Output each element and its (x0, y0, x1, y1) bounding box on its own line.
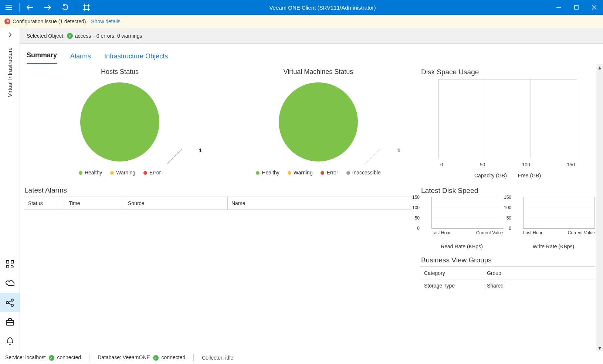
back-button[interactable] (21, 0, 39, 15)
vms-pie-chart (279, 82, 358, 161)
svg-point-2 (6, 302, 9, 304)
close-button[interactable] (585, 0, 603, 15)
legend-item: Warning (110, 170, 135, 176)
scroll-down-icon[interactable]: ▾ (596, 345, 603, 351)
rail-icon-share[interactable] (0, 293, 20, 312)
table-row[interactable]: Storage Type Shared (420, 279, 595, 292)
svg-rect-0 (84, 5, 89, 10)
svg-point-4 (11, 304, 13, 306)
ok-icon: ✓ (67, 33, 73, 39)
col-group[interactable]: Group (483, 270, 595, 276)
tab-infrastructure-objects[interactable]: Infrastructure Objects (104, 50, 168, 64)
pie-callout-line (366, 149, 397, 164)
tabs: Summary Alarms Infrastructure Objects (20, 44, 603, 64)
bvg-title: Business View Groups (421, 256, 595, 264)
main-area: Virtual Infrastructure Selected Object: … (0, 28, 603, 351)
hosts-status-title: Hosts Status (25, 68, 214, 76)
ok-icon: ✓ (49, 355, 54, 361)
arrow-right-icon (44, 5, 51, 10)
selected-object-strip: Selected Object: ✓ access - 0 errors, 0 … (20, 28, 603, 44)
rail-icon-briefcase[interactable] (0, 312, 20, 331)
disk-speed-row: 150 100 50 0 Last Hour (420, 197, 595, 249)
show-details-link[interactable]: Show details (91, 18, 120, 24)
body: Hosts Status 1 Healthy Warning Error (20, 64, 596, 351)
pie-callout-line (167, 149, 198, 164)
legend-item: Warning (288, 170, 313, 176)
vms-status-panel: Virtual Machines Status 1 Healthy Warnin… (219, 68, 417, 176)
toolbar-separator (19, 3, 20, 12)
vertical-scrollbar[interactable]: ▴ ▾ (596, 64, 603, 351)
vms-legend: Healthy Warning Error Inaccessible (224, 170, 413, 176)
vms-pie-count: 1 (397, 147, 400, 153)
bvg-table: Category Group Storage Type Shared (420, 266, 595, 292)
refresh-button[interactable] (57, 0, 74, 15)
svg-point-3 (11, 299, 13, 301)
disk-usage-xticks: 0 50 100 150 (438, 161, 577, 167)
left-column: Hosts Status 1 Healthy Warning Error (21, 68, 417, 347)
bvg-header: Category Group (420, 267, 595, 279)
maximize-button[interactable] (568, 0, 585, 15)
forward-button[interactable] (39, 0, 57, 15)
expand-rail-button[interactable] (0, 28, 20, 41)
read-rate-chart (431, 197, 503, 229)
rail-label-text: Virtual Infrastructure (7, 47, 13, 97)
col-time[interactable]: Time (65, 197, 124, 210)
vms-status-title: Virtual Machines Status (224, 68, 413, 76)
write-rate-legend: Write Rate (KBps) (512, 244, 595, 249)
cloud-db-icon (6, 280, 14, 287)
latest-alarms-title: Latest Alarms (24, 186, 417, 194)
hamburger-button[interactable] (0, 0, 18, 15)
col-source[interactable]: Source (124, 197, 228, 210)
rail-label: Virtual Infrastructure (7, 41, 13, 255)
write-rate-panel: 150 100 50 0 Last Hour (512, 197, 595, 249)
hosts-pie-count: 1 (199, 147, 202, 153)
config-issue-bar: ✕ Configuration issue (1 detected). Show… (0, 15, 603, 28)
legend-item: Error (321, 170, 338, 176)
legend-item: Capacity (GB) (474, 173, 507, 178)
legend-item: Error (143, 170, 161, 176)
collector-group: Collector: idle (202, 355, 233, 361)
database-group: Database: VeeamONE ✓ connected (98, 354, 185, 361)
fullscreen-button[interactable] (78, 0, 95, 15)
titlebar: Veeam ONE Client (SRV111\Administrator) (0, 0, 603, 15)
pies-row: Hosts Status 1 Healthy Warning Error (21, 68, 417, 176)
rail-icon-qr[interactable] (0, 255, 20, 274)
cell-group: Shared (483, 283, 595, 289)
ok-icon: ✓ (153, 355, 159, 361)
disk-speed-title: Latest Disk Speed (421, 187, 595, 195)
minimize-icon (556, 5, 561, 10)
rail-icon-cloud[interactable] (0, 274, 20, 293)
arrow-left-icon (27, 5, 33, 10)
selected-label: Selected Object: (27, 33, 65, 39)
window-title: Veeam ONE Client (SRV111\Administrator) (95, 4, 550, 11)
refresh-icon (62, 4, 69, 11)
close-icon (592, 5, 596, 10)
col-category[interactable]: Category (420, 267, 483, 279)
bell-icon (6, 337, 14, 345)
share-icon (6, 299, 14, 307)
maximize-icon (574, 5, 579, 10)
right-column: Disk Space Usage 0 50 100 150 (417, 68, 595, 347)
col-name[interactable]: Name (228, 197, 414, 210)
fullscreen-icon (83, 4, 90, 11)
cell-category: Storage Type (420, 279, 483, 292)
col-status[interactable]: Status (24, 197, 65, 210)
disk-usage-legend: Capacity (GB) Free (GB) (420, 173, 595, 178)
legend-item: Inaccessible (346, 170, 381, 176)
scroll-up-icon[interactable]: ▴ (596, 64, 603, 70)
error-icon: ✕ (4, 18, 10, 24)
body-wrap: Hosts Status 1 Healthy Warning Error (20, 64, 603, 351)
tab-summary[interactable]: Summary (27, 48, 57, 64)
selected-name: access (75, 33, 91, 39)
minimize-button[interactable] (550, 0, 568, 15)
config-issue-text: Configuration issue (1 detected). (13, 18, 87, 24)
svg-rect-1 (575, 6, 578, 9)
disk-usage-title: Disk Space Usage (421, 68, 595, 76)
left-rail: Virtual Infrastructure (0, 28, 20, 351)
tab-alarms[interactable]: Alarms (70, 50, 91, 64)
read-rate-panel: 150 100 50 0 Last Hour (420, 197, 503, 249)
chevron-right-icon (8, 33, 12, 37)
rail-icon-bell[interactable] (0, 331, 20, 351)
disk-usage-chart (438, 79, 577, 158)
write-rate-chart (523, 197, 595, 229)
